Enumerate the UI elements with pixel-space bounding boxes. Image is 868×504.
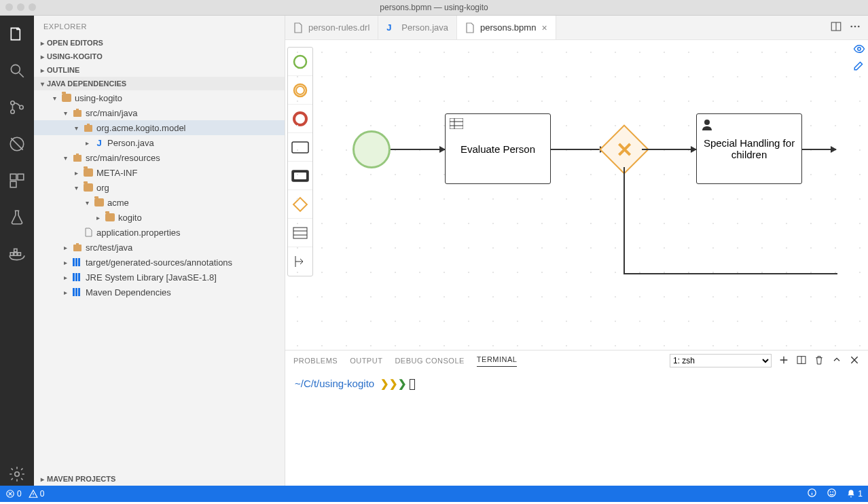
status-errors[interactable]: 0 (5, 489, 22, 499)
terminal-cursor (410, 379, 415, 390)
tree-label: kogito (118, 213, 142, 223)
sequence-flow[interactable] (623, 167, 625, 274)
sequence-flow[interactable] (642, 149, 696, 150)
svg-rect-18 (76, 154, 79, 156)
edit-icon[interactable] (853, 59, 865, 74)
titlebar: persons.bpmn — using-kogito (0, 0, 868, 16)
tree-item[interactable]: ▸META-INF (34, 165, 285, 180)
window-title: persons.bpmn — using-kogito (380, 3, 488, 12)
test-icon[interactable] (8, 209, 26, 229)
svg-rect-17 (73, 155, 82, 162)
panel-tab-output[interactable]: OUTPUT (350, 357, 382, 365)
svg-point-2 (11, 110, 14, 113)
terminal-body[interactable]: ~/C/t/using-kogito ❯❯❯ (285, 371, 868, 486)
preview-icon[interactable] (853, 43, 865, 58)
svg-rect-15 (84, 125, 92, 132)
terminal-select[interactable]: 1: zsh (670, 354, 772, 367)
bpmn-task-evaluate[interactable]: Evaluate Person (445, 113, 551, 184)
sequence-flow[interactable] (391, 149, 445, 150)
new-terminal-icon[interactable] (778, 355, 789, 367)
svg-point-12 (15, 472, 20, 477)
tree-item[interactable]: ▾acme (34, 195, 285, 210)
bottom-panel: PROBLEMS OUTPUT DEBUG CONSOLE TERMINAL 1… (285, 350, 868, 486)
explorer-icon[interactable] (8, 25, 26, 46)
bpmn-task-special[interactable]: Special Handling for children (696, 113, 802, 184)
svg-point-3 (20, 105, 23, 109)
traffic-lights[interactable] (5, 3, 36, 11)
section-workspace[interactable]: ▸USING-KOGITO (34, 50, 285, 63)
status-feedback-icon[interactable] (807, 488, 817, 500)
terminal-prompt: ❯❯ (380, 378, 398, 389)
activity-bar (0, 16, 34, 486)
section-outline[interactable]: ▸OUTLINE (34, 63, 285, 77)
tab-label: persons.bpmn (480, 22, 536, 33)
gateway-x-icon: ✕ (616, 138, 633, 162)
more-icon[interactable] (849, 20, 861, 35)
tree-item[interactable]: ▸JRE System Library [JavaSE-1.8] (34, 270, 285, 285)
settings-icon[interactable] (8, 465, 26, 486)
section-java-deps[interactable]: ▾JAVA DEPENDENCIES (34, 77, 285, 90)
editor-tab[interactable]: person-rules.drl (285, 16, 378, 39)
panel-tab-problems[interactable]: PROBLEMS (293, 357, 338, 365)
docker-icon[interactable] (8, 245, 26, 266)
editor-tab[interactable]: JPerson.java (378, 16, 457, 39)
panel-tab-debug[interactable]: DEBUG CONSOLE (395, 357, 464, 365)
business-rule-icon (450, 118, 463, 131)
section-open-editors[interactable]: ▸OPEN EDITORS (34, 36, 285, 50)
extensions-icon[interactable] (8, 172, 26, 192)
split-terminal-icon[interactable] (796, 355, 807, 367)
tree-item[interactable]: ▸Maven Dependencies (34, 285, 285, 300)
svg-rect-6 (18, 174, 24, 180)
tree-label: acme (107, 198, 129, 208)
panel-tab-terminal[interactable]: TERMINAL (477, 355, 518, 367)
task-label: Evaluate Person (460, 143, 535, 155)
status-warnings[interactable]: 0 (29, 489, 45, 499)
sequence-flow[interactable] (551, 149, 605, 150)
svg-rect-5 (10, 174, 16, 180)
tree-item[interactable]: ▸kogito (34, 210, 285, 225)
status-notifications[interactable]: 1 (846, 489, 863, 499)
user-icon (701, 118, 713, 132)
tree-label: target/generated-sources/annotations (86, 257, 232, 268)
tree-label: JRE System Library [JavaSE-1.8] (86, 272, 217, 283)
editor-tab[interactable]: persons.bpmn× (457, 16, 556, 39)
close-panel-icon[interactable] (849, 355, 860, 367)
terminal-path: ~/C/t/using-kogito (295, 378, 374, 389)
tree-item[interactable]: application.properties (34, 225, 285, 240)
tree-item[interactable]: ▾using-kogito (34, 90, 285, 105)
folder-icon (94, 197, 105, 208)
tree: ▾using-kogito▾src/main/java▾org.acme.kog… (34, 90, 285, 472)
tree-item[interactable]: ▸JPerson.java (34, 135, 285, 150)
debug-icon[interactable] (8, 135, 26, 156)
tree-label: src/main/java (86, 108, 138, 118)
sidebar: EXPLORER ▸OPEN EDITORS ▸USING-KOGITO ▸OU… (34, 16, 285, 486)
tree-item[interactable]: ▾src/main/resources (34, 150, 285, 165)
file-icon (83, 227, 94, 238)
status-smiley-icon[interactable] (827, 488, 837, 500)
kill-terminal-icon[interactable] (814, 355, 825, 367)
bpmn-start-event[interactable] (352, 130, 391, 168)
svg-point-22 (850, 25, 852, 27)
bpmn-canvas[interactable]: Evaluate Person ✕ Special Handling for c… (285, 40, 868, 350)
svg-point-1 (11, 101, 14, 105)
tree-item[interactable]: ▾org (34, 180, 285, 195)
folder-icon (83, 182, 94, 193)
sequence-flow[interactable] (623, 273, 837, 274)
tree-item[interactable]: ▾src/main/java (34, 105, 285, 120)
section-maven[interactable]: ▸MAVEN PROJECTS (34, 472, 285, 486)
search-icon[interactable] (8, 62, 26, 82)
source-control-icon[interactable] (8, 98, 26, 119)
tree-item[interactable]: ▾org.acme.kogito.model (34, 120, 285, 135)
close-icon[interactable]: × (541, 22, 547, 33)
status-bar: 0 0 1 (0, 486, 868, 502)
svg-point-23 (854, 25, 856, 27)
lib-icon (72, 272, 83, 283)
maximize-panel-icon[interactable] (831, 355, 842, 367)
editor-tabs: person-rules.drlJPerson.javapersons.bpmn… (285, 16, 868, 40)
task-label: Special Handling for children (702, 137, 796, 160)
split-editor-icon[interactable] (830, 20, 842, 35)
tree-item[interactable]: ▸target/generated-sources/annotations (34, 255, 285, 270)
sequence-flow[interactable] (802, 149, 836, 150)
svg-rect-8 (10, 253, 13, 255)
tree-item[interactable]: ▸src/test/java (34, 240, 285, 255)
